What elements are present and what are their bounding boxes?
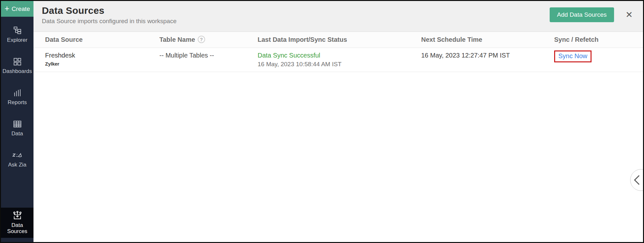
data-sources-table: Data Source Table Name ? Last Data Impor…	[33, 32, 643, 72]
data-import-icon	[13, 211, 22, 221]
dashboard-grid-icon	[13, 57, 22, 67]
hierarchy-icon	[13, 26, 22, 35]
data-sources-panel: Data Sources Data Source imports configu…	[33, 1, 643, 242]
sync-now-annotation-box: Sync Now	[554, 50, 592, 62]
bar-chart-icon	[13, 88, 22, 98]
sync-refetch-cell: Sync Now	[554, 48, 643, 62]
chevron-left-icon	[633, 175, 641, 185]
sync-status-text: Data Sync Successful	[258, 52, 421, 59]
column-header-sync-refetch: Sync / Refetch	[554, 32, 643, 43]
sidebar-item-data-sources[interactable]: Data Sources	[1, 208, 33, 238]
help-icon[interactable]: ?	[198, 36, 205, 43]
sidebar-item-label: Data	[12, 130, 23, 137]
panel-header: Data Sources Data Source imports configu…	[33, 1, 643, 32]
sidebar-item-ask-zia[interactable]: Ask Zia	[1, 150, 33, 168]
create-button-label: Create	[12, 5, 30, 13]
collapse-panel-toggle[interactable]	[630, 169, 644, 191]
column-header-data-source: Data Source	[33, 32, 159, 43]
plus-icon: +	[5, 4, 9, 13]
workspace-name: Zylker	[45, 61, 159, 67]
sidebar-item-reports[interactable]: Reports	[1, 88, 33, 106]
zia-icon	[12, 150, 23, 160]
column-header-last-sync-status: Last Data Import/Sync Status	[258, 32, 421, 43]
column-header-table-name: Table Name ?	[159, 32, 258, 43]
table-name-cell: -- Multiple Tables --	[159, 48, 258, 59]
add-data-sources-button[interactable]: Add Data Sources	[550, 7, 614, 22]
table-header-row: Data Source Table Name ? Last Data Impor…	[33, 32, 643, 48]
data-source-name: Freshdesk	[45, 52, 159, 59]
table-row: Freshdesk Zylker -- Multiple Tables -- D…	[33, 48, 643, 72]
sidebar-nav: Explorer Dashboards	[1, 17, 33, 242]
sidebar-item-label: Dashboards	[3, 68, 32, 75]
sidebar-item-label: Explorer	[7, 37, 27, 43]
sidebar-item-data[interactable]: Data	[1, 119, 33, 137]
sidebar-item-dashboards[interactable]: Dashboards	[1, 57, 33, 75]
create-button[interactable]: + Create	[1, 1, 33, 17]
sidebar-item-label: Data Sources	[2, 222, 32, 235]
sidebar-item-label: Reports	[8, 99, 27, 106]
close-icon[interactable]: ✕	[625, 11, 633, 19]
last-sync-status-cell: Data Sync Successful 16 May, 2023 10:58:…	[258, 48, 421, 68]
app-window: + Create Explorer	[0, 0, 644, 243]
sync-timestamp: 16 May, 2023 10:58:44 AM IST	[258, 61, 421, 68]
data-source-cell: Freshdesk Zylker	[33, 48, 159, 67]
column-header-next-schedule-time: Next Schedule Time	[421, 32, 554, 43]
sidebar-item-label: Ask Zia	[8, 162, 26, 168]
sync-now-link[interactable]: Sync Now	[558, 52, 587, 59]
next-schedule-cell: 16 May, 2023 12:27:47 PM IST	[421, 48, 554, 59]
data-table-icon	[13, 119, 22, 129]
sidebar: + Create Explorer	[1, 1, 33, 242]
sidebar-item-explorer[interactable]: Explorer	[1, 25, 33, 44]
